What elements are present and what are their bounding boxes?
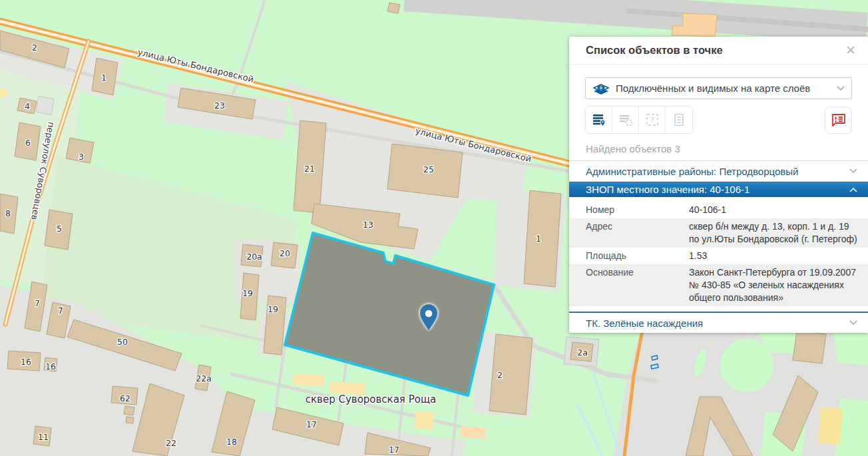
chevron-down-icon <box>849 318 857 328</box>
spacer <box>569 306 868 312</box>
identify-frame-question-button[interactable]: ? <box>639 107 666 133</box>
chevron-down-icon <box>837 84 845 93</box>
layer-filter-value: Подключённых и видимых на карте слоёв <box>616 83 831 94</box>
znop-details-table: Номер 40-106-1 Адрес сквер б/н между д. … <box>569 197 868 306</box>
panel-toolbar: ? <box>585 106 852 134</box>
panel-header: Список объектов в точке ✕ <box>569 37 868 65</box>
svg-text:18: 18 <box>226 437 237 447</box>
field-row: Площадь 1.53 <box>569 248 868 264</box>
chevron-down-icon <box>849 166 857 176</box>
svg-text:3: 3 <box>79 152 84 162</box>
alert-message-button[interactable] <box>825 107 852 134</box>
svg-text:17: 17 <box>306 419 317 429</box>
svg-text:50: 50 <box>117 337 128 347</box>
section-administrative-districts[interactable]: Административные районы: Петродворцовый <box>569 161 868 182</box>
svg-text:8: 8 <box>5 208 11 218</box>
svg-text:23: 23 <box>214 101 225 111</box>
svg-text:22a: 22a <box>196 373 212 383</box>
svg-text:2: 2 <box>32 43 37 53</box>
svg-text:16: 16 <box>21 357 31 367</box>
svg-text:13: 13 <box>363 220 373 230</box>
svg-text:2: 2 <box>497 370 503 380</box>
layers-eye-icon <box>592 81 610 96</box>
svg-text:?: ? <box>650 116 654 124</box>
identify-list-area-button[interactable] <box>612 107 639 133</box>
field-row: Основание Закон Санкт-Петербурга от 19.0… <box>569 264 868 306</box>
document-lines-button[interactable] <box>666 107 692 133</box>
svg-text:1: 1 <box>536 234 541 244</box>
svg-text:5: 5 <box>57 224 62 234</box>
svg-text:16: 16 <box>45 361 56 371</box>
svg-text:19: 19 <box>242 288 253 298</box>
svg-text:21: 21 <box>304 164 315 174</box>
svg-text:62: 62 <box>120 393 130 403</box>
svg-text:11: 11 <box>38 432 49 442</box>
layer-filter-dropdown[interactable]: Подключённых и видимых на карте слоёв <box>585 77 852 99</box>
svg-text:4: 4 <box>25 101 30 111</box>
section-tk-green[interactable]: ТК. Зелёные насаждения <box>569 312 868 333</box>
field-row: Номер 40-106-1 <box>569 202 868 218</box>
identify-mode-buttons: ? <box>585 106 693 134</box>
section-znop[interactable]: ЗНОП местного значения: 40-106-1 <box>569 182 868 197</box>
svg-text:20: 20 <box>280 248 290 258</box>
svg-text:6: 6 <box>25 138 31 148</box>
chevron-up-icon <box>849 185 857 194</box>
objects-at-point-panel: Список объектов в точке ✕ Подключённых и… <box>569 37 868 333</box>
identify-list-pin-button[interactable] <box>586 107 612 133</box>
svg-text:1: 1 <box>101 73 107 83</box>
place-label: сквер Суворовская Роща <box>306 393 436 405</box>
svg-text:19: 19 <box>268 304 278 314</box>
svg-text:22: 22 <box>166 438 176 448</box>
panel-title: Список объектов в точке <box>586 44 845 57</box>
svg-text:20a: 20a <box>246 252 262 262</box>
svg-text:7: 7 <box>35 298 40 308</box>
svg-text:25: 25 <box>423 164 434 174</box>
found-objects-count: Найдено объектов 3 <box>586 143 852 154</box>
svg-text:17: 17 <box>389 445 399 455</box>
field-row: Адрес сквер б/н между д. 13, корп. 1 и д… <box>569 218 868 248</box>
svg-text:2a: 2a <box>577 347 588 357</box>
close-icon[interactable]: ✕ <box>845 44 856 57</box>
svg-text:7: 7 <box>58 306 63 316</box>
